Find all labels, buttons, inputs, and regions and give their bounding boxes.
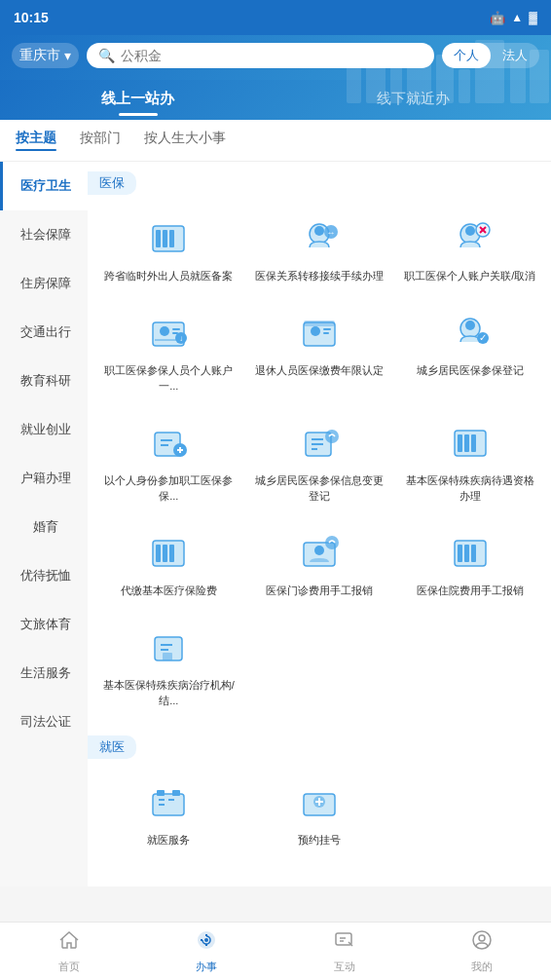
- tab-offline[interactable]: 线下就近办: [276, 80, 551, 116]
- svg-rect-32: [304, 320, 335, 326]
- cross-province-label: 跨省临时外出人员就医备案: [104, 269, 233, 283]
- sidebar-item-veterans[interactable]: 优待抚恤: [0, 551, 88, 600]
- svg-rect-53: [156, 545, 161, 562]
- home-icon: [57, 928, 81, 956]
- svg-point-14: [314, 226, 324, 236]
- transfer-label: 医保关系转移接续手续办理: [255, 269, 384, 283]
- svg-rect-49: [458, 434, 462, 452]
- svg-text:✓: ✓: [479, 332, 487, 343]
- service-item-special-disease[interactable]: 基本医保特殊疾病待遇资格办理: [396, 407, 543, 513]
- nav-home[interactable]: 首页: [0, 923, 138, 980]
- jiuyi-label-2: 预约挂号: [298, 833, 341, 848]
- service-grid-jiuyi: 就医服务 预约挂号: [88, 767, 551, 865]
- special-disease-icon: [445, 417, 496, 468]
- retire-icon: [294, 307, 345, 358]
- svg-rect-61: [464, 545, 469, 562]
- tab-online[interactable]: 线上一站办: [0, 80, 276, 116]
- jiuyi-label-1: 就医服务: [147, 833, 190, 848]
- service-item-transfer[interactable]: ↔ 医保关系转移接续手续办理: [246, 203, 393, 293]
- service-item-urban-register[interactable]: ✓ 城乡居民医保参保登记: [396, 297, 543, 403]
- service-item-cross-province[interactable]: 跨省临时外出人员就医备案: [95, 203, 242, 293]
- sidebar-item-education[interactable]: 教育科研: [0, 357, 88, 405]
- section-label-yibao: 医保: [88, 171, 136, 195]
- sidebar-item-household[interactable]: 户籍办理: [0, 454, 88, 503]
- account-label: 职工医保参保人员个人账户一...: [101, 363, 237, 394]
- service-item-inpatient[interactable]: 医保住院费用手工报销: [396, 517, 543, 608]
- inpatient-label: 医保住院费用手工报销: [417, 584, 524, 598]
- service-item-pay-medical[interactable]: 代缴基本医疗保险费: [95, 517, 242, 608]
- sidebar-item-marriage[interactable]: 婚育: [0, 503, 88, 551]
- urban-register-icon: ✓: [445, 307, 496, 358]
- sidebar-item-culture[interactable]: 文旅体育: [0, 600, 88, 649]
- section-medical-insurance: 医保 跨省临时外出人员就医备案: [88, 162, 551, 726]
- status-icons: 🤖 ▲ ▓: [490, 11, 537, 25]
- nav-profile-label: 我的: [471, 960, 493, 974]
- institution-label: 基本医保特殊疾病治疗机构/结...: [101, 678, 237, 708]
- service-item-institution[interactable]: 基本医保特殊疾病治疗机构/结...: [95, 612, 242, 718]
- sidebar: 医疗卫生 社会保障 住房保障 交通出行 教育科研 就业创业 户籍办理 婚育 优待…: [0, 162, 88, 886]
- svg-point-29: [311, 326, 320, 336]
- special-disease-label: 基本医保特殊疾病待遇资格办理: [402, 473, 537, 504]
- sidebar-item-life[interactable]: 生活服务: [0, 649, 88, 697]
- sidebar-item-legal[interactable]: 司法公证: [0, 697, 88, 746]
- service-item-account[interactable]: ↓ 职工医保参保人员个人账户一...: [95, 297, 242, 403]
- content-area: 医保 跨省临时外出人员就医备案: [88, 162, 551, 886]
- pay-medical-icon: [143, 527, 194, 578]
- svg-point-78: [204, 938, 208, 942]
- nav-interact-label: 互动: [334, 960, 355, 974]
- sidebar-item-traffic[interactable]: 交通出行: [0, 308, 88, 357]
- search-icon: 🔍: [98, 48, 115, 63]
- service-item-jiuyi-1[interactable]: 就医服务: [95, 767, 242, 857]
- main-tabs: 线上一站办 线下就近办: [0, 80, 551, 120]
- service-item-info-change[interactable]: 城乡居民医保参保信息变更登记: [246, 407, 393, 513]
- pay-medical-label: 代缴基本医疗保险费: [121, 584, 217, 598]
- cancel-link-label: 职工医保个人账户关联/取消: [404, 269, 535, 283]
- nav-office[interactable]: 办事: [138, 923, 276, 980]
- header: 重庆市 ▾ 🔍 个人 法人: [0, 35, 551, 80]
- nav-office-label: 办事: [196, 960, 217, 974]
- filter-by-dept[interactable]: 按部门: [80, 130, 121, 151]
- service-item-jiuyi-2[interactable]: 预约挂号: [246, 767, 393, 857]
- sidebar-item-housing[interactable]: 住房保障: [0, 259, 88, 308]
- service-item-personal-join[interactable]: 以个人身份参加职工医保参保...: [95, 407, 242, 513]
- svg-rect-66: [163, 653, 172, 660]
- svg-point-47: [325, 430, 339, 443]
- svg-point-34: [465, 320, 475, 330]
- personal-join-icon: [143, 417, 194, 468]
- inpatient-icon: [445, 527, 496, 578]
- svg-rect-51: [471, 434, 476, 452]
- svg-point-57: [314, 546, 324, 555]
- sidebar-item-employment[interactable]: 就业创业: [0, 405, 88, 454]
- outpatient-icon: [294, 527, 345, 578]
- svg-point-23: [160, 326, 169, 336]
- svg-text:↔: ↔: [326, 228, 335, 238]
- sidebar-item-medical[interactable]: 医疗卫生: [0, 162, 88, 210]
- jiuyi-icon-2: [294, 776, 345, 827]
- outpatient-label: 医保门诊费用手工报销: [266, 584, 373, 598]
- service-item-retire[interactable]: 退休人员医保缴费年限认定: [246, 297, 393, 403]
- filter-by-theme[interactable]: 按主题: [16, 130, 56, 151]
- filter-by-life[interactable]: 按人生大小事: [144, 130, 226, 151]
- svg-rect-62: [471, 545, 476, 562]
- svg-point-18: [465, 226, 475, 236]
- nav-interact[interactable]: 互动: [276, 923, 414, 980]
- chevron-down-icon: ▾: [64, 48, 71, 63]
- nav-profile[interactable]: 我的: [414, 923, 552, 980]
- interact-icon: [333, 928, 356, 956]
- svg-rect-54: [163, 545, 167, 562]
- android-icon: 🤖: [490, 11, 505, 25]
- filter-tabs: 按主题 按部门 按人生大小事: [0, 120, 551, 162]
- city-selector[interactable]: 重庆市 ▾: [12, 43, 79, 68]
- svg-rect-72: [172, 790, 180, 796]
- svg-rect-24: [172, 328, 180, 330]
- sidebar-item-social[interactable]: 社会保障: [0, 210, 88, 259]
- section-label-jiuyi: 就医: [88, 735, 136, 759]
- service-item-outpatient[interactable]: 医保门诊费用手工报销: [246, 517, 393, 608]
- svg-point-58: [325, 536, 339, 549]
- main-content: 医疗卫生 社会保障 住房保障 交通出行 教育科研 就业创业 户籍办理 婚育 优待…: [0, 162, 551, 886]
- info-change-icon: [294, 417, 345, 468]
- transfer-icon: ↔: [294, 212, 345, 263]
- urban-register-label: 城乡居民医保参保登记: [417, 363, 524, 378]
- city-label: 重庆市: [19, 47, 60, 64]
- service-item-cancel-link[interactable]: 职工医保个人账户关联/取消: [396, 203, 543, 293]
